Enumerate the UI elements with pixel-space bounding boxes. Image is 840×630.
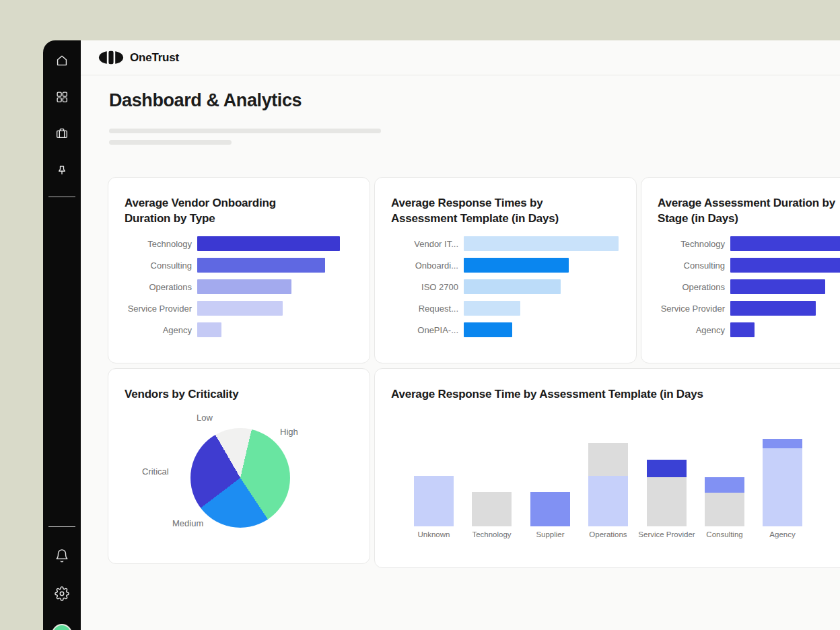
chart-title: Average Response Times by Assessment Tem…	[375, 178, 636, 226]
card-response-times-by-template: Average Response Times by Assessment Tem…	[374, 177, 637, 363]
hbar-row: Vendor IT...	[375, 236, 636, 251]
hbar-row: Technology	[108, 236, 370, 251]
bar-category-label: Consulting	[108, 260, 197, 271]
stacked-bar-supplier[interactable]	[530, 492, 570, 526]
stacked-bar-consulting[interactable]	[705, 477, 744, 526]
main-content: OneTrust Dashboard & Analytics Average V…	[81, 40, 840, 630]
bar-segment[interactable]	[588, 476, 628, 526]
bar-iso-2700[interactable]	[464, 279, 561, 294]
card-response-time-stacked: Average Response Time by Assessment Temp…	[374, 368, 840, 568]
bar-category-label: Service Provider	[108, 304, 197, 314]
sidebar-item-home[interactable]	[54, 54, 70, 70]
stacked-bar-agency[interactable]	[763, 439, 802, 526]
sidebar-item-notifications[interactable]	[54, 549, 70, 565]
onetrust-app-window: OneTrust Dashboard & Analytics Average V…	[43, 40, 840, 630]
sidebar-divider	[48, 526, 75, 527]
bar-category-label: Technology	[641, 239, 730, 249]
onetrust-logo-icon	[98, 50, 124, 65]
desktop-background: OneTrust Dashboard & Analytics Average V…	[0, 0, 840, 630]
hbar-row: Service Provider	[108, 301, 370, 316]
pie-label-low: Low	[197, 413, 213, 423]
page-title: Dashboard & Analytics	[109, 90, 302, 111]
bar-segment[interactable]	[763, 439, 802, 448]
sidebar-divider	[48, 197, 75, 197]
bar-operations[interactable]	[197, 279, 291, 294]
hbar-row: Service Provider	[641, 301, 840, 316]
bar-service-provider[interactable]	[197, 301, 283, 316]
bar-category-label: Agency	[641, 325, 730, 335]
sidebar-item-projects[interactable]	[54, 127, 70, 143]
stacked-bar-operations[interactable]	[588, 443, 628, 526]
bar-category-label: Vendor IT...	[375, 239, 464, 249]
briefcase-icon	[55, 126, 69, 143]
hbar-row: OnePIA-...	[375, 322, 636, 337]
bar-category-label: Operations	[108, 282, 197, 292]
card-assessment-duration-by-stage: Average Assessment Duration by Stage (in…	[641, 177, 840, 363]
bar-request-[interactable]	[464, 301, 520, 316]
sidebar-item-settings[interactable]	[54, 587, 70, 603]
chart-title: Average Vendor Onboarding Duration by Ty…	[108, 178, 370, 226]
chart-title: Average Assessment Duration by Stage (in…	[641, 178, 840, 226]
bar-segment[interactable]	[472, 492, 512, 526]
bar-segment[interactable]	[588, 443, 628, 476]
bar-category-label: Supplier	[518, 530, 583, 538]
stacked-bar-chart: UnknownTechnologySupplierOperationsServi…	[375, 369, 840, 567]
settings-gear-icon	[55, 586, 69, 604]
bar-segment[interactable]	[763, 448, 802, 526]
bar-technology[interactable]	[197, 236, 340, 251]
sidebar-item-pinned[interactable]	[54, 164, 70, 180]
hbar-row: Consulting	[641, 258, 840, 273]
bar-segment[interactable]	[647, 477, 687, 526]
bar-category-label: Agency	[750, 530, 815, 538]
bell-icon	[55, 549, 69, 566]
pie-label-critical: Critical	[142, 466, 169, 477]
bar-technology[interactable]	[730, 236, 840, 251]
criticality-pie-chart[interactable]	[190, 428, 290, 528]
bar-agency[interactable]	[730, 322, 755, 337]
bar-category-label: Technology	[460, 530, 524, 538]
stacked-bar-unknown[interactable]	[414, 476, 454, 526]
app-header: OneTrust	[81, 40, 840, 75]
bar-category-label: Operations	[641, 282, 730, 292]
bar-service-provider[interactable]	[730, 301, 816, 316]
bar-segment[interactable]	[705, 493, 744, 526]
bar-segment[interactable]	[414, 476, 454, 526]
pie-label-medium: Medium	[172, 518, 203, 528]
bar-category-label: Operations	[576, 530, 641, 538]
hbar-row: Agency	[108, 322, 370, 337]
bar-category-label: Agency	[108, 325, 197, 335]
bar-onepia-[interactable]	[464, 322, 512, 337]
bar-category-label: Unknown	[402, 530, 466, 538]
hbar-chart: TechnologyConsultingOperationsService Pr…	[108, 236, 370, 337]
bar-operations[interactable]	[730, 279, 825, 294]
chart-title: Vendors by Criticality	[108, 369, 370, 402]
bar-category-label: Onboardi...	[375, 260, 464, 271]
hbar-chart: TechnologyConsultingOperationsService Pr…	[641, 236, 840, 337]
brand-name: OneTrust	[130, 51, 179, 65]
sidebar	[43, 40, 81, 630]
bar-category-label: Request...	[375, 304, 464, 314]
skeleton-line	[109, 129, 381, 133]
bar-onboardi-[interactable]	[464, 258, 569, 273]
bar-segment[interactable]	[647, 460, 687, 477]
hbar-row: Onboardi...	[375, 258, 636, 273]
bar-agency[interactable]	[197, 322, 221, 337]
card-vendor-onboarding-duration: Average Vendor Onboarding Duration by Ty…	[108, 177, 370, 363]
user-avatar[interactable]	[52, 624, 72, 630]
brand: OneTrust	[98, 40, 179, 75]
pie-label-high: High	[280, 427, 298, 437]
hbar-row: ISO 2700	[375, 279, 636, 294]
bar-segment[interactable]	[705, 477, 744, 493]
hbar-chart: Vendor IT...Onboardi...ISO 2700Request..…	[375, 236, 636, 337]
pin-icon	[55, 164, 69, 181]
bar-consulting[interactable]	[197, 258, 325, 273]
hbar-row: Operations	[108, 279, 370, 294]
hbar-row: Request...	[375, 301, 636, 316]
bar-vendor-it-[interactable]	[464, 236, 619, 251]
bar-segment[interactable]	[530, 492, 570, 526]
bar-consulting[interactable]	[730, 258, 840, 273]
sidebar-item-apps[interactable]	[54, 90, 70, 106]
bar-category-label: Consulting	[641, 260, 730, 271]
stacked-bar-service-provider[interactable]	[647, 460, 687, 526]
stacked-bar-technology[interactable]	[472, 492, 512, 526]
